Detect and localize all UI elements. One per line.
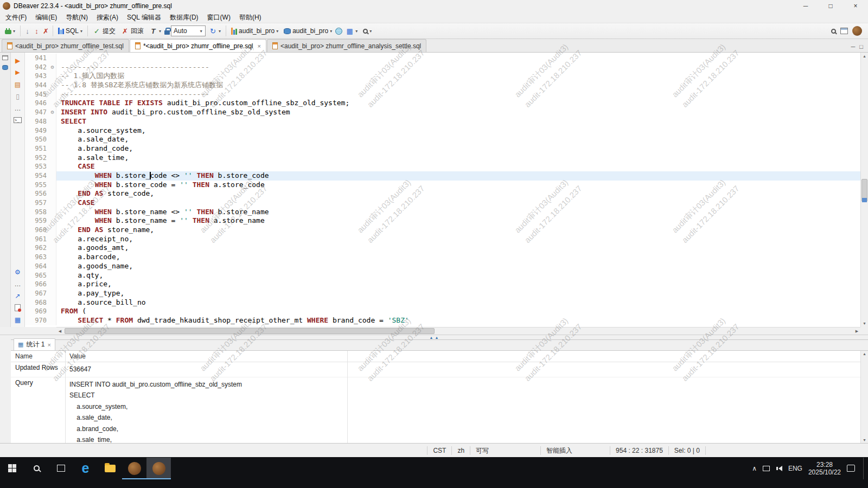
- code-line-956[interactable]: 956 END AS store_code,: [25, 189, 860, 198]
- code-line-970[interactable]: 970 SELECT * FROM dwd_trade_hkaudit_shop…: [25, 316, 860, 325]
- stats-column-name[interactable]: Name: [11, 351, 65, 362]
- menu-item-7[interactable]: 窗口(W): [203, 12, 235, 23]
- scroll-up-icon[interactable]: ▲: [861, 352, 868, 356]
- scroll-down-icon[interactable]: ▼: [861, 320, 868, 327]
- code-line-951[interactable]: 951 a.brand_code,: [25, 144, 860, 153]
- fold-marker[interactable]: ⊖: [49, 63, 56, 72]
- code-line-948[interactable]: 948SELECT: [25, 117, 860, 126]
- scroll-down-icon[interactable]: ▼: [861, 438, 868, 442]
- editor-horizontal-scrollbar[interactable]: ◀ ▶: [56, 327, 860, 335]
- maximize-button[interactable]: □: [818, 0, 843, 12]
- menu-item-3[interactable]: 导航(N): [61, 12, 92, 23]
- code-line-959[interactable]: 959 WHEN b.store_name = '' THEN a.store_…: [25, 216, 860, 226]
- taskbar-search-button[interactable]: [24, 458, 49, 479]
- stats-row-2[interactable]: QueryINSERT INTO audit_bi_pro.custom_off…: [11, 377, 868, 444]
- scroll-up-icon[interactable]: ▲: [861, 53, 868, 60]
- menu-item-6[interactable]: 数据库(D): [165, 12, 203, 23]
- hidden-icons-chevron-icon[interactable]: ∧: [752, 465, 757, 472]
- perspective-icon[interactable]: [840, 28, 848, 34]
- connection-button[interactable]: ▾: [3, 27, 17, 35]
- scroll-left-icon[interactable]: ◀: [56, 328, 63, 335]
- export-data-icon[interactable]: ↗: [13, 292, 23, 300]
- menu-item-1[interactable]: 文件(F): [1, 12, 31, 23]
- close-button[interactable]: ×: [843, 0, 868, 12]
- grid-view-icon[interactable]: ▦: [13, 316, 23, 324]
- open-terminal-icon[interactable]: >_: [13, 116, 23, 124]
- stats-tab-close-icon[interactable]: ×: [47, 342, 50, 348]
- menu-item-8[interactable]: 帮助(H): [235, 12, 266, 23]
- stats-tab[interactable]: ▦ 统计 1 ×: [14, 338, 55, 350]
- transfer-icon[interactable]: ↕: [33, 27, 41, 35]
- database-select[interactable]: audit_bi_pro ▾: [229, 26, 280, 36]
- quick-search-icon[interactable]: [831, 29, 836, 34]
- stats-row-1[interactable]: Updated Rows536647: [11, 362, 868, 377]
- device-icon[interactable]: [763, 466, 770, 471]
- transaction-mode-button[interactable]: T ▾: [147, 25, 163, 36]
- search-button[interactable]: ▾: [361, 28, 374, 35]
- rollback-button[interactable]: ✗ 回滚: [119, 25, 146, 37]
- file-explorer-button[interactable]: [98, 458, 122, 479]
- maximize-view-icon[interactable]: □: [859, 43, 863, 50]
- show-desktop-button[interactable]: [863, 458, 866, 479]
- volume-icon[interactable]: [776, 466, 782, 471]
- editor-tab-2[interactable]: *<audit_bi_pro> zhumr_offline_pre.sql×: [130, 39, 266, 52]
- status-insert-mode[interactable]: 智能插入: [540, 446, 610, 455]
- menu-item-4[interactable]: 搜索(A): [92, 12, 123, 23]
- code-line-964[interactable]: 964 a.goods_name,: [25, 262, 860, 271]
- code-line-965[interactable]: 965 a.qty,: [25, 271, 860, 280]
- tab-close-icon[interactable]: ×: [258, 43, 261, 49]
- editor-tab-3[interactable]: <audit_bi_pro> zhumr_offline_analysis_se…: [267, 39, 426, 52]
- horizontal-scroll-thumb[interactable]: [65, 328, 435, 334]
- code-line-952[interactable]: 952 a.sale_time,: [25, 153, 860, 163]
- code-line-962[interactable]: 962 a.goods_amt,: [25, 243, 860, 253]
- more-icon[interactable]: …: [13, 280, 23, 288]
- code-line-968[interactable]: 968 a.source_bill_no: [25, 298, 860, 307]
- scroll-right-icon[interactable]: ▶: [853, 328, 860, 335]
- code-line-947[interactable]: 947⊖INSERT INTO audit_bi_pro.custom_offl…: [25, 108, 860, 117]
- dbeaver-taskbar-button[interactable]: [122, 458, 146, 479]
- globe-icon[interactable]: [335, 28, 342, 35]
- explain-plan-icon[interactable]: ▤: [13, 80, 23, 88]
- schema-select[interactable]: audit_bi_pro ▾: [282, 26, 334, 36]
- code-line-963[interactable]: 963 a.barcode,: [25, 253, 860, 262]
- fetch-down-icon[interactable]: ↓: [23, 27, 31, 35]
- filter-panel-button[interactable]: ▦ ▾: [343, 25, 360, 36]
- fold-marker[interactable]: ⊖: [49, 108, 56, 117]
- minimize-view-icon[interactable]: ─: [851, 43, 856, 50]
- code-line-949[interactable]: 949 a.source_system,: [25, 126, 860, 136]
- sql-dialect-button[interactable]: SQL ▾: [56, 26, 85, 36]
- commit-mode-select[interactable]: Auto ▼: [171, 25, 206, 36]
- code-line-950[interactable]: 950 a.sale_date,: [25, 135, 860, 144]
- settings-gear-icon[interactable]: ⚙: [13, 268, 23, 276]
- code-line-955[interactable]: 955 WHEN b.store_code = '' THEN a.store_…: [25, 181, 860, 190]
- code-line-942[interactable]: 942⊖-----------------------------------: [25, 63, 860, 72]
- refresh-button[interactable]: ↻ ▾: [207, 25, 223, 36]
- code-line-969[interactable]: 969FROM (: [25, 307, 860, 316]
- code-line-960[interactable]: 960 END AS store_name,: [25, 226, 860, 235]
- dbeaver-taskbar-button-active[interactable]: [146, 458, 171, 479]
- code-line-953[interactable]: 953 CASE: [25, 162, 860, 171]
- edge-button[interactable]: e: [73, 458, 98, 479]
- status-caret-position[interactable]: 954 : 22 : 31875: [610, 446, 668, 455]
- save-file-icon[interactable]: [13, 304, 23, 312]
- taskbar-clock[interactable]: 23:28 2025/10/22: [808, 461, 841, 476]
- code-line-943[interactable]: 943-- 1 插入国内数据: [25, 72, 860, 81]
- input-language-indicator[interactable]: ENG: [788, 465, 802, 472]
- minimize-button[interactable]: ─: [793, 0, 818, 12]
- more-actions-icon[interactable]: …: [13, 104, 23, 112]
- editor-vertical-scrollbar[interactable]: ▲ ▼: [860, 53, 868, 327]
- menu-item-5[interactable]: SQL 编辑器: [123, 12, 165, 23]
- lock-icon[interactable]: [164, 30, 170, 35]
- splitter-arrow-icon[interactable]: ▲: [435, 336, 439, 339]
- code-line-967[interactable]: 967 a.pay_type,: [25, 289, 860, 298]
- code-line-958[interactable]: 958 WHEN b.store_name <> '' THEN b.store…: [25, 208, 860, 217]
- script-doc-icon[interactable]: ▯: [13, 92, 23, 100]
- execute-statement-icon[interactable]: ▶: [13, 56, 23, 65]
- execute-script-icon[interactable]: ▶: [13, 68, 23, 76]
- code-line-946[interactable]: 946TRUNCATE TABLE IF EXISTS audit_bi_pro…: [25, 99, 860, 108]
- action-center-icon[interactable]: [847, 465, 855, 472]
- code-line-954[interactable]: 954 WHEN b.store_code <> '' THEN b.store…: [25, 171, 860, 181]
- code-line-945[interactable]: 945-----------------------------------: [25, 90, 860, 99]
- stats-column-value[interactable]: Value: [65, 351, 347, 362]
- abort-icon[interactable]: ✗: [42, 27, 50, 35]
